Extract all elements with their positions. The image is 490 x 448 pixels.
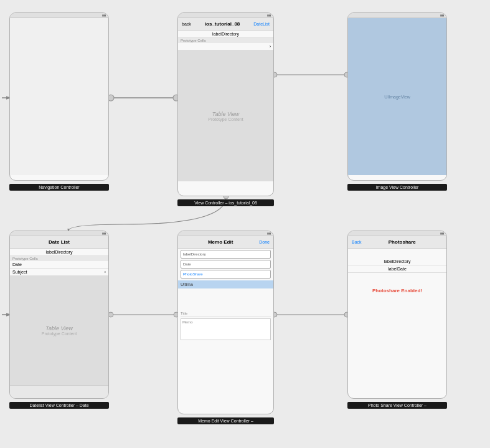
memo-edit-controller-frame: Memo Edit Done labelDirectory Date Photo… — [177, 231, 274, 414]
me-spacer — [178, 290, 273, 309]
memo-edit-controller-label: Memo Edit View Controller – — [177, 417, 274, 424]
ivc-image-label: UIImageView — [384, 95, 410, 99]
ps-label-directory: labelDirectory — [348, 258, 446, 265]
ps-spacer-mid — [348, 273, 446, 285]
nav-status-bar — [10, 13, 108, 18]
me-status-bar — [178, 231, 273, 236]
me-memo-field: Memo — [181, 318, 271, 340]
photo-share-controller-label: Photo Share View Controller – — [347, 402, 447, 409]
dl-label-directory: labelDirectory — [10, 249, 108, 256]
datelist-controller-frame: Date List labelDirectory Prototype Cells… — [9, 231, 109, 399]
vc-cell-row: › — [178, 43, 273, 50]
vc-nav-title: ios_tutorial_08 — [205, 21, 240, 27]
image-view-controller-frame: UIImageView — [347, 12, 447, 181]
me-title-field: Title — [181, 310, 271, 317]
vc-table-view: Table View Prototype Content — [178, 50, 273, 181]
nav-controller-frame — [9, 12, 109, 181]
dl-toolbar — [10, 385, 108, 399]
svg-point-13 — [108, 312, 113, 317]
dl-nav-title: Date List — [49, 239, 70, 245]
dl-status-bar — [10, 231, 108, 236]
dl-table-sub: Prototype Content — [42, 331, 77, 336]
me-nav-bar: Memo Edit Done — [178, 236, 273, 249]
datelist-controller-label: Datelist View Controller – Date — [9, 402, 109, 409]
ivc-status-bar — [348, 13, 446, 18]
vc-section-header: Prototype Cells — [178, 38, 273, 43]
dl-cell-subject: Subject › — [10, 269, 108, 276]
dl-cell-date: Date — [10, 261, 108, 269]
ps-enabled-label: Photoshare Enabled! — [348, 285, 446, 296]
vc-nav-back: back — [182, 22, 191, 26]
me-field-3: PhotoShare — [181, 270, 271, 279]
ps-nav-title: Photoshare — [389, 239, 416, 245]
ps-nav-back: Back — [352, 240, 362, 244]
image-view-controller-label: Image View Controller — [347, 184, 447, 191]
ivc-image-view: UIImageView — [348, 18, 446, 175]
photo-share-controller-frame: Back Photoshare labelDirectory labelDate… — [347, 231, 447, 399]
me-nav-title: Memo Edit — [208, 239, 233, 245]
me-field-2: Date — [181, 260, 271, 269]
vc-nav-bar: back ios_tutorial_08 DateList — [178, 18, 273, 31]
vc-status-bar — [178, 13, 273, 18]
me-selected-cell: Ultima — [178, 280, 273, 288]
dl-nav-bar: Date List — [10, 236, 108, 249]
view-controller-frame: back ios_tutorial_08 DateList labelDirec… — [177, 12, 274, 196]
ps-nav-bar: Back Photoshare — [348, 236, 446, 249]
dl-section-header: Prototype Cells — [10, 256, 108, 261]
storyboard-canvas: Navigation Controller 1. back ios_tutori… — [0, 0, 490, 448]
nav-controller-label: Navigation Controller — [9, 184, 109, 191]
ps-status-bar — [348, 231, 446, 236]
me-nav-right: Done — [259, 240, 270, 244]
vc-nav-right: DateList — [253, 22, 270, 26]
me-field-1: labelDirectory — [181, 250, 271, 259]
view-controller-label: View Controller – ios_tutorial_08 — [177, 199, 274, 206]
dl-table-label: Table View — [45, 325, 73, 331]
dl-table-view: Table View Prototype Content — [10, 276, 108, 385]
vc-label-directory: labelDirectory — [178, 31, 273, 38]
me-ultima-label: Ultima — [181, 282, 193, 287]
vc-table-sub: Prototype Content — [208, 117, 243, 122]
vc-table-label: Table View — [212, 111, 240, 117]
ps-label-date: labelDate — [348, 265, 446, 273]
ps-spacer-top — [348, 249, 446, 258]
